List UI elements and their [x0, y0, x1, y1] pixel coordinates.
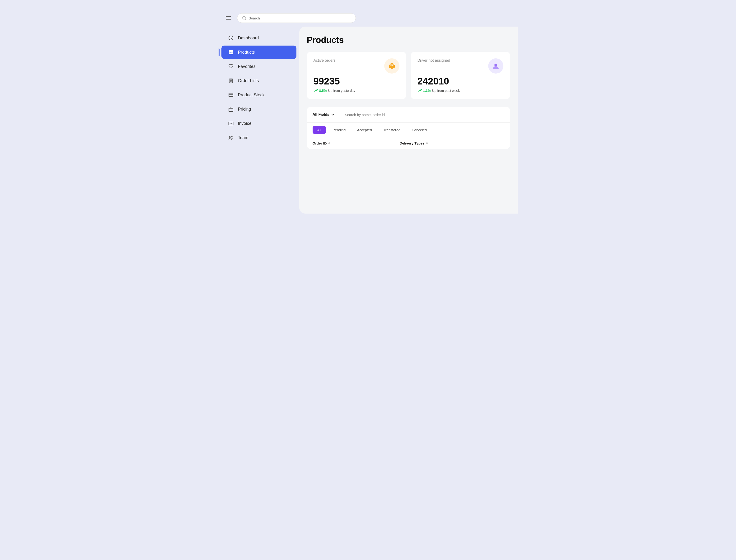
tab-all[interactable]: All: [313, 126, 326, 134]
stat-card-driver: Driver not assigned 242010 1.3%: [411, 52, 510, 99]
stat-label-driver: Driver not assigned: [417, 58, 450, 63]
money-icon: [228, 121, 234, 126]
svg-rect-16: [229, 122, 233, 125]
sort-icon-delivery-types[interactable]: [426, 142, 428, 145]
box-icon-circle: [384, 58, 399, 74]
svg-rect-5: [229, 52, 231, 54]
clock-icon: [228, 35, 234, 41]
col-header-order-id: Order ID: [313, 141, 400, 145]
tabs-row: All Pending Accepted Transfered Canceled: [307, 123, 510, 137]
svg-rect-4: [231, 50, 233, 52]
trend-pct-active-orders: 8.5%: [319, 89, 327, 93]
svg-point-0: [243, 16, 245, 19]
trend-text-active-orders: Up from yesterday: [328, 89, 355, 93]
top-bar: [219, 9, 518, 27]
sidebar-item-dashboard[interactable]: Dashboard: [221, 31, 296, 45]
person-icon: [492, 62, 500, 70]
filter-divider: [341, 112, 341, 117]
sidebar: Dashboard Products Favorites: [219, 27, 299, 214]
gift-icon: [228, 106, 234, 112]
sort-icon-order-id[interactable]: [328, 142, 330, 145]
main-content: Products Active orders: [299, 27, 518, 214]
filter-row: All Fields: [307, 107, 510, 123]
menu-button[interactable]: [224, 15, 232, 21]
sidebar-item-pricing-label: Pricing: [238, 107, 251, 112]
filter-search-input[interactable]: [345, 113, 504, 117]
sidebar-item-favorites[interactable]: Favorites: [221, 60, 296, 73]
sidebar-item-favorites-label: Favorites: [238, 64, 256, 69]
svg-point-26: [494, 64, 497, 66]
stat-trend-active-orders: 8.5% Up from yesterday: [314, 89, 399, 93]
heart-icon: [228, 64, 234, 69]
trend-pct-driver: 1.3%: [423, 89, 431, 93]
sidebar-item-pricing[interactable]: Pricing: [221, 103, 296, 116]
trend-up-icon-active: [314, 89, 318, 92]
sidebar-item-team-label: Team: [238, 135, 248, 140]
search-input[interactable]: [249, 16, 351, 20]
sidebar-item-order-lists[interactable]: Order Lists: [221, 74, 296, 87]
sidebar-item-team[interactable]: Team: [221, 131, 296, 144]
tab-accepted[interactable]: Accepted: [352, 126, 377, 134]
svg-line-1: [245, 19, 246, 20]
sidebar-item-invoice-label: Invoice: [238, 121, 252, 126]
stat-value-active-orders: 99235: [314, 76, 399, 86]
table-icon: [228, 92, 234, 98]
stat-card-driver-header: Driver not assigned: [417, 58, 503, 74]
sidebar-item-products-label: Products: [238, 50, 255, 55]
page-title: Products: [307, 35, 510, 45]
stats-row: Active orders 99235: [307, 52, 510, 99]
grid-icon: [228, 49, 234, 55]
stat-value-driver: 242010: [417, 76, 503, 86]
svg-point-21: [231, 136, 233, 137]
sidebar-item-products[interactable]: Products: [221, 46, 296, 59]
box-icon: [388, 62, 396, 70]
tab-canceled[interactable]: Canceled: [407, 126, 431, 134]
svg-rect-3: [229, 50, 231, 52]
filter-area: All Fields All Pending Accepted Transfer…: [307, 107, 510, 149]
svg-point-17: [230, 123, 232, 124]
stat-trend-driver: 1.3% Up from past week: [417, 89, 503, 93]
tab-pending[interactable]: Pending: [328, 126, 350, 134]
col-header-delivery-types: Delivery Types: [400, 141, 504, 145]
clipboard-icon: [228, 78, 234, 84]
sidebar-item-invoice[interactable]: Invoice: [221, 117, 296, 130]
svg-rect-6: [231, 52, 233, 54]
search-bar-container: [237, 13, 356, 23]
chevron-down-icon: [331, 114, 334, 116]
stat-card-active-orders-header: Active orders: [314, 58, 399, 74]
trend-up-icon-driver: [417, 89, 422, 92]
all-fields-label: All Fields: [313, 112, 329, 117]
table-header: Order ID Delivery Types: [307, 137, 510, 149]
search-icon: [242, 16, 246, 20]
sidebar-item-product-stock[interactable]: Product Stock: [221, 88, 296, 102]
tab-transfered[interactable]: Transfered: [379, 126, 405, 134]
trend-text-driver: Up from past week: [432, 89, 460, 93]
stat-label-active-orders: Active orders: [314, 58, 336, 63]
all-fields-button[interactable]: All Fields: [313, 111, 337, 118]
sidebar-item-product-stock-label: Product Stock: [238, 93, 265, 98]
stat-card-active-orders: Active orders 99235: [307, 52, 406, 99]
person-icon-circle: [488, 58, 503, 74]
svg-point-20: [229, 136, 231, 138]
people-icon: [228, 135, 234, 140]
sidebar-item-order-lists-label: Order Lists: [238, 78, 259, 83]
sidebar-item-dashboard-label: Dashboard: [238, 36, 259, 41]
